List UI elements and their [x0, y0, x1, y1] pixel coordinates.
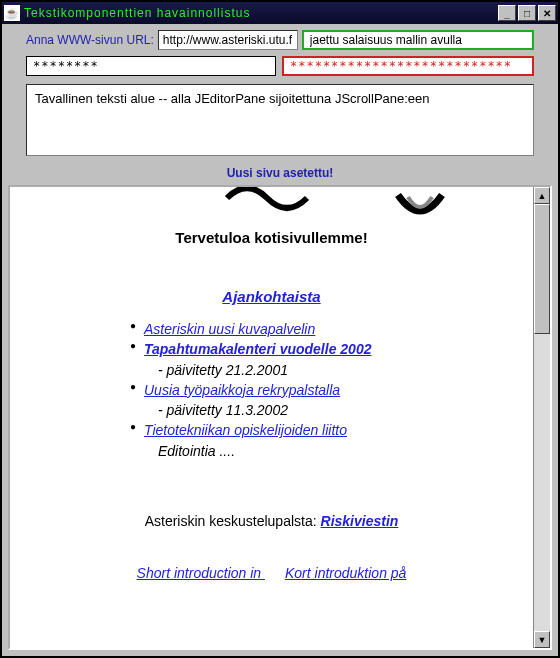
forum-line: Asteriskin keskustelupalsta: Riskiviesti… [22, 513, 521, 529]
scroll-track[interactable] [534, 204, 550, 631]
editor-pane[interactable]: Tervetuloa kotisivullemme! Ajankohtaista… [10, 187, 533, 648]
news-link[interactable]: Asteriskin uusi kuvapalvelin [144, 321, 315, 337]
password-row [26, 56, 534, 76]
password-field-plain[interactable] [26, 56, 276, 76]
app-window: ☕ Tekstikomponenttien havainnollistus _ … [0, 0, 560, 658]
page-welcome-title: Tervetuloa kotisivullemme! [22, 229, 521, 246]
formatted-text-field[interactable] [302, 30, 534, 50]
editor-scrollpane: Tervetuloa kotisivullemme! Ajankohtaista… [8, 185, 552, 650]
vertical-scrollbar[interactable]: ▲ ▼ [533, 187, 550, 648]
url-label: Anna WWW-sivun URL: [26, 33, 154, 47]
scroll-up-button[interactable]: ▲ [534, 187, 550, 204]
url-input[interactable] [158, 30, 298, 50]
minimize-button[interactable]: _ [498, 5, 516, 21]
news-link[interactable]: Tapahtumakalenteri vuodelle 2002 [144, 341, 371, 357]
news-subtext: - päivitetty 11.3.2002 [158, 400, 521, 420]
news-subtext: - päivitetty 21.2.2001 [158, 360, 521, 380]
controls-panel: Anna WWW-sivun URL: Tavallinen teksti al… [2, 24, 558, 163]
scroll-down-button[interactable]: ▼ [534, 631, 550, 648]
list-item: Asteriskin uusi kuvapalvelin [130, 319, 521, 339]
window-controls: _ □ ✕ [498, 5, 556, 21]
java-cup-icon: ☕ [4, 5, 20, 21]
news-list: Asteriskin uusi kuvapalvelin Tapahtumaka… [130, 319, 521, 461]
section-heading: Ajankohtaista [22, 288, 521, 305]
list-item: Uusia työpaikkoja rekrypalstalla - päivi… [130, 380, 521, 421]
list-item: Tietotekniikan opiskelijoiden liitto Edi… [130, 420, 521, 461]
forum-label: Asteriskin keskustelupalsta: [145, 513, 321, 529]
scroll-thumb[interactable] [534, 204, 550, 334]
intro-links: Short introduction in Kort introduktion … [22, 565, 521, 581]
forum-link[interactable]: Riskiviestin [321, 513, 399, 529]
window-title: Tekstikomponenttien havainnollistus [24, 6, 498, 20]
password-field-highlighted[interactable] [282, 56, 534, 76]
maximize-button[interactable]: □ [518, 5, 536, 21]
news-subtext: Editointia .... [158, 441, 521, 461]
url-row: Anna WWW-sivun URL: [26, 30, 534, 50]
close-button[interactable]: ✕ [538, 5, 556, 21]
news-link[interactable]: Tietotekniikan opiskelijoiden liitto [144, 422, 347, 438]
text-area[interactable]: Tavallinen teksti alue -- alla JEditorPa… [26, 84, 534, 156]
list-item: Tapahtumakalenteri vuodelle 2002 - päivi… [130, 339, 521, 380]
intro-english-link[interactable]: Short introduction in [137, 565, 265, 581]
titlebar: ☕ Tekstikomponenttien havainnollistus _ … [2, 2, 558, 24]
news-link[interactable]: Uusia työpaikkoja rekrypalstalla [144, 382, 340, 398]
header-graphic [22, 189, 521, 221]
status-label: Uusi sivu asetettu! [2, 163, 558, 185]
intro-swedish-link[interactable]: Kort introduktion på [285, 565, 406, 581]
ajankohtaista-link[interactable]: Ajankohtaista [222, 288, 320, 305]
